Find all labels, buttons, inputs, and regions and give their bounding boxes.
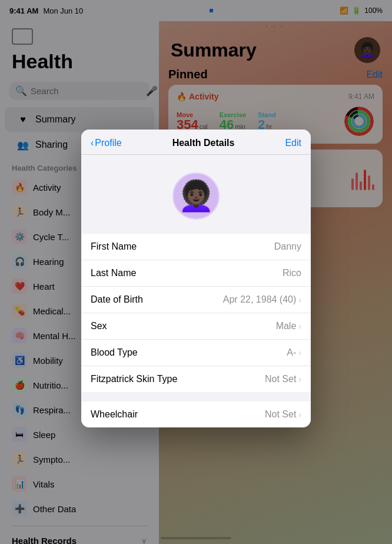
form-row-sex[interactable]: Sex Male › bbox=[81, 313, 311, 340]
firstname-value: Danny bbox=[274, 241, 301, 252]
sex-value: Male › bbox=[276, 321, 301, 331]
lastname-label: Last Name bbox=[91, 268, 136, 278]
form-row-skin[interactable]: Fitzpatrick Skin Type Not Set › bbox=[81, 366, 311, 392]
skin-label: Fitzpatrick Skin Type bbox=[91, 374, 177, 384]
chevron-right-icon: › bbox=[298, 295, 301, 304]
dob-value: Apr 22, 1984 (40) › bbox=[223, 294, 301, 305]
dob-label: Date of Birth bbox=[91, 294, 143, 305]
skin-value: Not Set › bbox=[265, 374, 301, 384]
modal-title: Health Details bbox=[172, 138, 235, 148]
sex-label: Sex bbox=[91, 321, 107, 331]
modal-back-label: Profile bbox=[95, 138, 121, 148]
chevron-left-icon: ‹ bbox=[91, 138, 94, 148]
modal-edit-button[interactable]: Edit bbox=[285, 138, 301, 148]
form-row-bloodtype[interactable]: Blood Type A- › bbox=[81, 340, 311, 366]
modal-overlay: ‹ Profile Health Details Edit 👩🏿‍🦱 First… bbox=[0, 0, 392, 544]
health-details-form: First Name Danny Last Name Rico Date of … bbox=[81, 234, 311, 392]
health-details-modal: ‹ Profile Health Details Edit 👩🏿‍🦱 First… bbox=[81, 130, 311, 427]
bloodtype-value: A- › bbox=[287, 347, 301, 358]
lastname-value: Rico bbox=[283, 268, 301, 278]
modal-nav: ‹ Profile Health Details Edit bbox=[81, 130, 311, 155]
form-row-wheelchair[interactable]: Wheelchair Not Set › bbox=[81, 402, 311, 427]
modal-avatar[interactable]: 👩🏿‍🦱 bbox=[172, 173, 220, 220]
bloodtype-label: Blood Type bbox=[91, 347, 138, 358]
modal-back-button[interactable]: ‹ Profile bbox=[91, 138, 122, 148]
modal-avatar-section: 👩🏿‍🦱 bbox=[81, 155, 311, 234]
wheelchair-label: Wheelchair bbox=[91, 409, 138, 420]
form-row-firstname: First Name Danny bbox=[81, 234, 311, 260]
form-row-lastname: Last Name Rico bbox=[81, 260, 311, 287]
modal-spacer bbox=[81, 392, 311, 402]
avatar-memoji: 👩🏿‍🦱 bbox=[178, 179, 214, 213]
firstname-label: First Name bbox=[91, 241, 137, 252]
chevron-right-icon-4: › bbox=[298, 374, 301, 384]
wheelchair-form: Wheelchair Not Set › bbox=[81, 402, 311, 427]
wheelchair-value: Not Set › bbox=[265, 409, 301, 420]
chevron-right-icon-5: › bbox=[298, 410, 301, 419]
chevron-right-icon-3: › bbox=[298, 348, 301, 357]
chevron-right-icon-2: › bbox=[298, 321, 301, 331]
form-row-dob[interactable]: Date of Birth Apr 22, 1984 (40) › bbox=[81, 287, 311, 313]
